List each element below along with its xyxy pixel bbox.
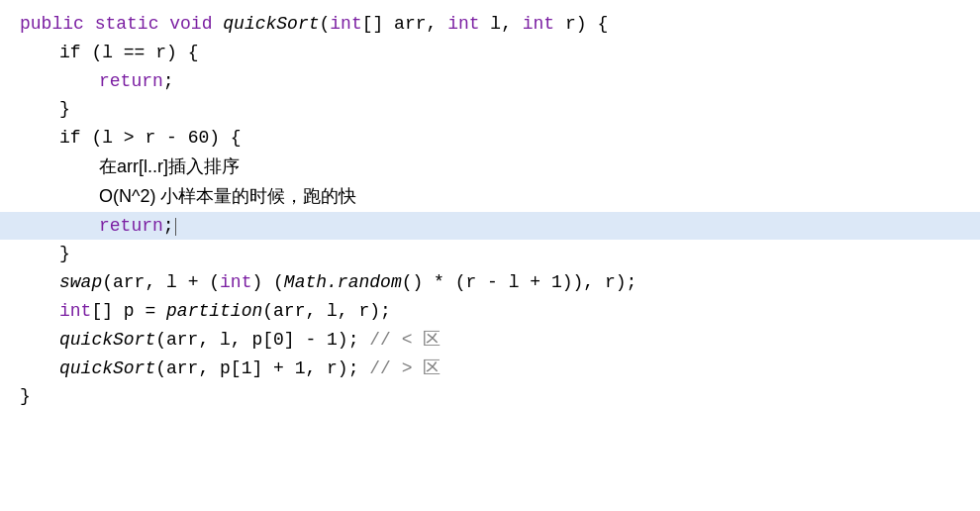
comment-less: // < 区 (369, 330, 441, 350)
line-1-content: public static void quickSort(int[] arr, … (20, 10, 608, 39)
code-line-12: quickSort(arr, l, p[0] - 1); // < 区 (0, 326, 980, 355)
code-line-2: if (l == r) { (0, 39, 980, 67)
return-keyword-2: return (99, 216, 163, 236)
code-line-9: } (0, 240, 980, 268)
method-name: quickSort (223, 14, 319, 34)
type-int-p: int (59, 301, 91, 321)
keyword-public: public (20, 14, 84, 34)
keyword-static: static (95, 14, 159, 34)
code-line-10: swap(arr, l + (int) (Math.random() * (r … (0, 268, 980, 297)
comment-chinese-1: 在arr[l..r]插入排序 (99, 156, 240, 176)
quicksort-call-1: quickSort (59, 330, 155, 350)
code-line-13: quickSort(arr, p[1] + 1, r); // > 区 (0, 355, 980, 383)
code-line-6: 在arr[l..r]插入排序 (0, 153, 980, 182)
comment-chinese-2: O(N^2) 小样本量的时候，跑的快 (99, 186, 356, 206)
code-line-3: return; (0, 67, 980, 96)
code-editor: public static void quickSort(int[] arr, … (0, 0, 980, 511)
quicksort-call-2: quickSort (59, 358, 155, 378)
partition-call: partition (166, 301, 262, 321)
type-int-r: int (523, 14, 554, 34)
code-line-11: int[] p = partition(arr, l, r); (0, 297, 980, 326)
code-line-4: } (0, 95, 980, 124)
if-keyword: if (59, 43, 81, 62)
code-line-14: } (0, 382, 980, 411)
type-int-l: int (447, 14, 479, 34)
swap-call: swap (59, 272, 102, 292)
comment-greater: // > 区 (369, 358, 441, 378)
code-line-5: if (l > r - 60) { (0, 124, 980, 153)
type-int-arr: int (330, 14, 361, 34)
if-keyword-2: if (59, 128, 81, 148)
code-line-8: return; (0, 212, 980, 241)
type-int-cast: int (220, 272, 251, 292)
code-line-7: O(N^2) 小样本量的时候，跑的快 (0, 182, 980, 212)
return-keyword-1: return (99, 71, 163, 91)
code-line-1: public static void quickSort(int[] arr, … (0, 10, 980, 39)
text-cursor (175, 218, 176, 236)
math-random-call: Math.random (284, 272, 402, 292)
keyword-void: void (169, 14, 212, 34)
